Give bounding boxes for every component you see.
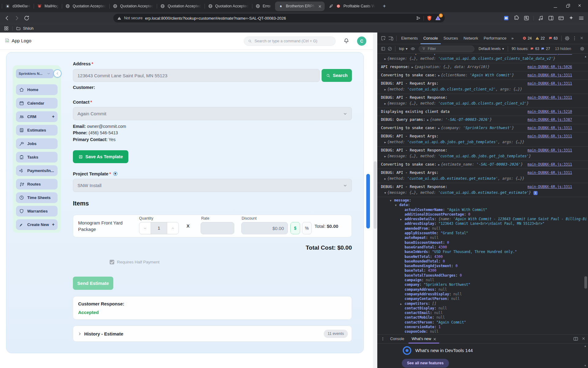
side-panel-icon[interactable]: [548, 15, 554, 21]
devtools-tab[interactable]: Elements: [398, 33, 420, 44]
disclosure-icon[interactable]: ▶: [427, 118, 429, 121]
disclosure-icon[interactable]: ▼: [395, 203, 399, 208]
see-all-features-button[interactable]: See all new features: [402, 359, 449, 368]
object-preview[interactable]: ▶{estimate_name: '-SAL-QT-00083-2026'}: [438, 162, 523, 167]
gear-icon[interactable]: [564, 35, 571, 42]
bookmark-folder[interactable]: Shiloh: [23, 26, 34, 31]
console-row[interactable]: DEBUG: API - Request Args: ▶{method: 'cu…: [377, 80, 588, 94]
tree-property-row[interactable]: baseInWords: "USD Four Thousand, Three H…: [382, 250, 588, 254]
quantity-increase-button[interactable]: [167, 222, 179, 234]
tree-property-row[interactable]: campaign: null: [382, 278, 588, 282]
tree-property-row[interactable]: conversionRate: 1: [382, 325, 588, 329]
inner-scrollbar-thumb[interactable]: [366, 174, 370, 228]
history-card[interactable]: History - Estimate 11 events: [73, 326, 352, 342]
browser-tab[interactable]: Profitable Casts W: [325, 0, 379, 12]
source-link[interactable]: main-DUBNX-6R.js:3311: [528, 95, 572, 100]
disclosure-icon[interactable]: ▶: [400, 217, 405, 222]
sidebar-item[interactable]: Calendar: [16, 98, 58, 109]
page-scrollbar-thumb[interactable]: [374, 161, 377, 229]
tree-property-row[interactable]: additionalDiscountPercentage: 0: [382, 212, 588, 217]
back-button[interactable]: [4, 15, 10, 21]
sidebar-item-plus-icon[interactable]: +: [52, 219, 55, 230]
tree-property-row[interactable]: actualCustomerName: "Again With Commit": [382, 208, 588, 212]
tree-property-row[interactable]: ▼data:: [382, 203, 588, 207]
device-toolbar-icon[interactable]: [387, 35, 394, 42]
source-link[interactable]: main-DUBNX-6R.js:5387: [528, 117, 572, 122]
error-count[interactable]: 24: [522, 36, 532, 40]
sidebar-collapse-button[interactable]: [53, 69, 62, 78]
disclosure-icon[interactable]: ▶: [438, 163, 440, 166]
tree-property-row[interactable]: addressDisplay: "123643 Commit Lane<br>\…: [382, 221, 588, 226]
console-row[interactable]: Converting to snake case: ▶{clientName: …: [377, 71, 588, 80]
console-row[interactable]: DEBUG: API - Request Response: ▼{message…: [377, 183, 588, 197]
object-preview[interactable]: ▶{method: 'custom_ui.api.db.estimates.ge…: [381, 175, 542, 182]
console-row[interactable]: API response: ▶{pagination: {…}, data: A…: [377, 63, 588, 71]
apps-grid-icon[interactable]: [4, 26, 9, 31]
reload-button[interactable]: [23, 15, 30, 21]
discount-input[interactable]: $0.00: [241, 222, 288, 234]
search-tabs-icon[interactable]: [523, 15, 530, 21]
sidebar-item[interactable]: Time Sheets: [16, 192, 58, 203]
tree-property-row[interactable]: contactDisplay: null: [382, 306, 588, 311]
drawer-scroll-down-icon[interactable]: ▼: [584, 364, 586, 367]
object-preview[interactable]: ▶{message: {…}, method: 'custom_ui.api.d…: [381, 56, 542, 62]
discount-dollar-toggle[interactable]: $: [290, 222, 300, 234]
tree-property-row[interactable]: companyContactPerson: null: [382, 297, 588, 301]
wallet-icon[interactable]: [558, 15, 564, 21]
share-icon[interactable]: [416, 15, 421, 21]
console-row[interactable]: Converting to snake case: ▶{estimate_nam…: [377, 161, 588, 169]
devtools-tab[interactable]: Console: [420, 33, 441, 44]
send-estimate-button[interactable]: Send Estimate: [73, 277, 113, 290]
console-scroll-up-icon[interactable]: ▲: [584, 55, 587, 58]
drawer-kebab-icon[interactable]: [380, 336, 386, 342]
source-link[interactable]: main-DUBNX-6R.js:3311: [528, 162, 572, 167]
source-link[interactable]: main-DUBNX-6R.js:3311: [528, 171, 572, 175]
console-row[interactable]: Converting to snake case: ▶{company: 'Sp…: [377, 124, 588, 132]
sidebar-item[interactable]: Tasks: [16, 152, 58, 163]
kebab-menu-icon[interactable]: [571, 35, 578, 42]
brave-rewards-icon[interactable]: 1: [435, 15, 441, 21]
drawer-tab-whats-new[interactable]: What's new: [409, 334, 439, 343]
url-bar[interactable]: Not secure erp.local:8000/clients?lookup…: [113, 14, 445, 22]
new-tab-button[interactable]: +: [379, 3, 390, 9]
source-link[interactable]: main-DUBNX-6R.js:3311: [528, 148, 572, 152]
tree-property-row[interactable]: ▶addressDetails: {name: 'Again With Comm…: [382, 217, 588, 221]
tree-property-row[interactable]: companyAddressDisplay: null: [382, 292, 588, 297]
console-filter-input[interactable]: Filter: [419, 46, 474, 52]
tree-property-row[interactable]: baseNetTotal: 4300: [382, 255, 588, 259]
tree-property-row[interactable]: autoRepeat: null: [382, 236, 588, 240]
console-row[interactable]: DEBUG: API - Request Args: ▶{method: 'cu…: [377, 132, 588, 147]
command-search-input[interactable]: Search or type a command (Ctrl + G): [244, 36, 336, 46]
company-select[interactable]: Sprinklers N...: [16, 69, 54, 78]
console-sidebar-icon[interactable]: [380, 45, 386, 52]
issues-summary[interactable]: 90 Issues: 63 27: [512, 47, 550, 51]
extensions-puzzle-icon[interactable]: [513, 15, 519, 21]
leo-ai-icon[interactable]: [568, 15, 574, 21]
sidebar-item[interactable]: Payments/In...: [16, 165, 58, 176]
console-settings-gear-icon[interactable]: [579, 45, 586, 52]
brave-shield-icon[interactable]: [426, 15, 432, 21]
console-row[interactable]: DEBUG: API - Request Response: ▶{message…: [377, 147, 588, 161]
sidebar-item[interactable]: Jobs: [16, 138, 58, 149]
save-as-template-button[interactable]: Save As Template: [73, 150, 128, 163]
object-preview[interactable]: ▶{message: {…}, method: 'custom_ui.api.d…: [381, 100, 542, 106]
more-tabs-icon[interactable]: »: [509, 36, 516, 40]
address-input[interactable]: 123643 Commit Lane Saint Paul, MN 55123: [73, 69, 320, 82]
media-icon[interactable]: [538, 15, 544, 21]
disclosure-icon[interactable]: ▶: [400, 302, 405, 306]
quantity-decrease-button[interactable]: [139, 222, 151, 234]
url-text[interactable]: erp.local:8000/clients?lookup=customer#/…: [145, 16, 413, 21]
source-link[interactable]: main-DUBNX-6R.js:3311: [528, 73, 572, 77]
devtools-tab[interactable]: Performance: [481, 33, 509, 44]
source-link[interactable]: main-DUBNX-6R.js:5026: [528, 65, 572, 69]
object-preview[interactable]: ▼{message: {…}, method: 'custom_ui.api.d…: [381, 190, 542, 196]
tree-property-row[interactable]: baseRoundingAdjustment: 0: [382, 264, 588, 268]
avatar[interactable]: C: [357, 36, 366, 46]
log-levels-selector[interactable]: Default levels▾: [479, 47, 504, 51]
rate-input[interactable]: [201, 222, 234, 234]
info-icon[interactable]: i: [533, 191, 537, 195]
tree-property-row[interactable]: contactPerson: "Again Commit": [382, 320, 588, 325]
menu-hamburger-icon[interactable]: [578, 15, 584, 21]
tree-property-row[interactable]: couponCode: null: [382, 329, 588, 334]
split-panel-icon[interactable]: [573, 336, 579, 342]
